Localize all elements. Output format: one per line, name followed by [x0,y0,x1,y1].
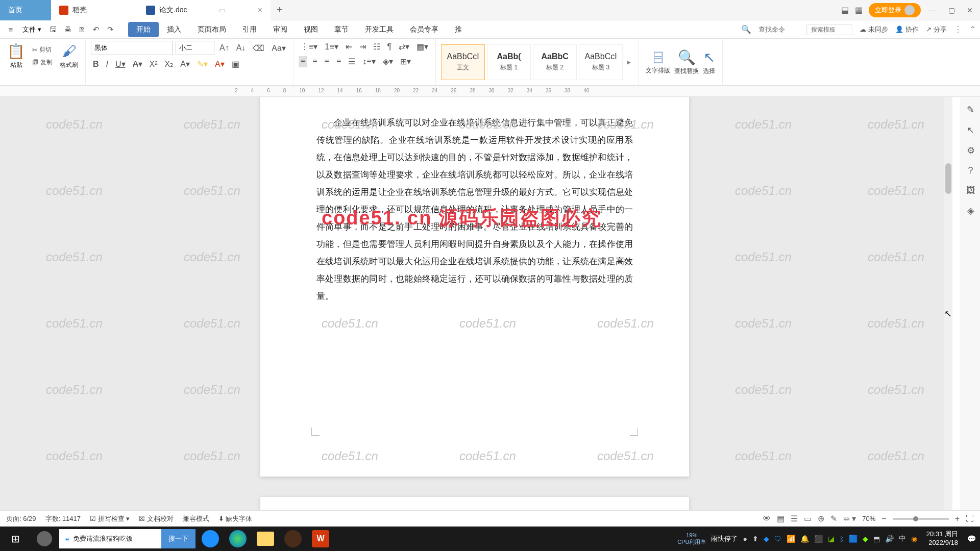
ruler[interactable]: 246810121416182022242628303234363840 [0,86,980,97]
scroll-thumb[interactable] [945,163,951,194]
subscript-button[interactable]: X₂ [163,58,176,70]
tray-icon[interactable]: 🛡 [774,535,781,543]
tabs-button[interactable]: ⇄▾ [397,41,411,53]
text-effects-button[interactable]: A▾ [178,58,192,70]
strikethrough-button[interactable]: A̶▾ [131,58,144,70]
redo-icon[interactable]: ↷ [104,23,117,36]
text-layout-button[interactable]: ⌸文字排版 [644,47,672,77]
grid-layout-icon[interactable]: ⬓ [841,5,849,15]
undo-icon[interactable]: ↶ [89,23,103,36]
tab-review[interactable]: 审阅 [265,22,296,37]
tray-icon[interactable]: ⬒ [873,535,880,543]
sort-button[interactable]: ☷ [371,41,382,53]
cpu-meter[interactable]: 19%CPU利用率 [677,532,706,546]
apps-icon[interactable]: ▦ [855,5,863,15]
tab-more[interactable]: 推 [447,22,470,37]
close-icon[interactable]: × [258,6,262,15]
sync-status[interactable]: ☁ 未同步 [860,25,888,34]
para-border-button[interactable]: ⊞▾ [398,56,413,67]
eye-icon[interactable]: 👁 [763,514,771,523]
increase-indent-button[interactable]: ⇥ [357,41,368,53]
start-button[interactable]: ⊞ [0,527,31,551]
zoom-slider[interactable] [893,518,949,520]
fit-width-icon[interactable]: ⬄ ▾ [843,514,856,523]
file-menu[interactable]: 文件▾ [18,25,45,34]
shading-button[interactable]: ◈▾ [381,56,395,67]
ie-button[interactable] [197,527,224,551]
image-tool-icon[interactable]: 🖼 [966,185,975,196]
view-read-icon[interactable]: ▭ [804,514,812,523]
view-web-icon[interactable]: ⊕ [818,514,824,523]
italic-button[interactable]: I [104,59,110,70]
tray-icon[interactable]: 🟦 [849,535,857,543]
zoom-level[interactable]: 70% [862,515,875,522]
tray-icon[interactable]: ◪ [828,535,835,543]
clock[interactable]: 20:31 周日2022/9/18 [922,530,962,547]
tab-insert[interactable]: 插入 [159,22,189,37]
help-icon[interactable]: ? [968,165,973,176]
char-shading-button[interactable]: ▣ [230,58,241,70]
new-tab-button[interactable]: + [271,4,289,16]
volume-icon[interactable]: 🔊 [885,535,894,543]
zoom-out-button[interactable]: − [881,514,886,523]
zoom-in-button[interactable]: + [955,514,960,523]
bullets-button[interactable]: ⋮≡▾ [299,41,320,53]
find-replace-button[interactable]: 🔍查找替换 [672,47,701,78]
format-painter-button[interactable]: 🖌格式刷 [58,41,80,71]
maximize-button[interactable]: ▢ [945,4,958,16]
tab-view[interactable]: 视图 [296,22,326,37]
clear-format-icon[interactable]: ⌫ [251,42,266,54]
pencil-icon[interactable]: ✎ [967,104,974,115]
increase-font-icon[interactable]: A↑ [217,42,231,54]
chevron-down-icon[interactable]: ⋮ [954,24,962,34]
edge-button[interactable] [224,527,252,551]
distribute-button[interactable]: ☰ [346,56,357,67]
justify-button[interactable]: ≡ [334,56,343,67]
spellcheck-toggle[interactable]: ☑ 拼写检查 ▾ [90,514,130,523]
cut-button[interactable]: ✂ 剪切 [30,44,55,55]
copy-button[interactable]: 🗐 复制 [30,57,55,68]
login-button[interactable]: 立即登录 [869,3,921,17]
tray-icon[interactable]: ◉ [911,535,917,543]
wps-button[interactable]: W [307,527,334,551]
notifications-icon[interactable]: 💬 [967,535,976,543]
show-marks-button[interactable]: ¶ [385,41,394,53]
missing-font[interactable]: ⬇ 缺失字体 [218,514,253,523]
taskbar-search[interactable]: e免费请流浪猫狗吃饭 搜一下 [59,529,195,548]
view-outline-icon[interactable]: ☰ [791,514,798,523]
word-count[interactable]: 字数: 11417 [45,514,81,523]
cursor-icon[interactable]: ↖ [967,124,974,136]
proofread-button[interactable]: ☒ 文档校对 [139,514,174,523]
decrease-font-icon[interactable]: A↓ [234,42,248,54]
numbering-button[interactable]: 1≡▾ [323,41,340,53]
align-right-button[interactable]: ≡ [323,56,331,67]
borders-button[interactable]: ▦▾ [414,41,430,53]
style-body[interactable]: AaBbCcI正文 [441,44,485,80]
tab-start[interactable]: 开始 [128,22,159,37]
search-template-input[interactable] [806,24,852,35]
font-size-select[interactable] [176,41,214,55]
print-icon[interactable]: 🖶 [61,23,74,36]
tray-icon[interactable]: ● [743,535,747,543]
align-left-button[interactable]: ≡ [299,56,307,67]
weather-text[interactable]: 雨快停了 [711,534,738,543]
tray-icon[interactable]: ⬆ [752,535,758,543]
copilot-button[interactable] [31,527,58,551]
close-window-button[interactable]: ✕ [964,4,976,16]
save-icon[interactable]: 🖫 [46,23,60,36]
search-command-input[interactable] [758,26,799,33]
bold-button[interactable]: B [91,59,101,70]
share-button[interactable]: ↗ 分享 [926,25,947,34]
diamond-icon[interactable]: ◈ [967,205,974,216]
tab-references[interactable]: 引用 [234,22,265,37]
explorer-button[interactable] [252,527,279,551]
underline-button[interactable]: U▾ [113,58,128,70]
page-indicator[interactable]: 页面: 6/29 [6,514,36,523]
paste-button[interactable]: 📋粘贴 [5,41,27,71]
tray-icon[interactable]: ⬛ [814,535,823,543]
styles-more-icon[interactable]: ▸ [625,57,633,67]
tab-docer[interactable]: 稻壳 [51,0,138,20]
search-go-button[interactable]: 搜一下 [161,529,195,548]
bluetooth-icon[interactable]: ᛒ [840,535,844,543]
select-button[interactable]: ↖选择 [701,47,717,78]
